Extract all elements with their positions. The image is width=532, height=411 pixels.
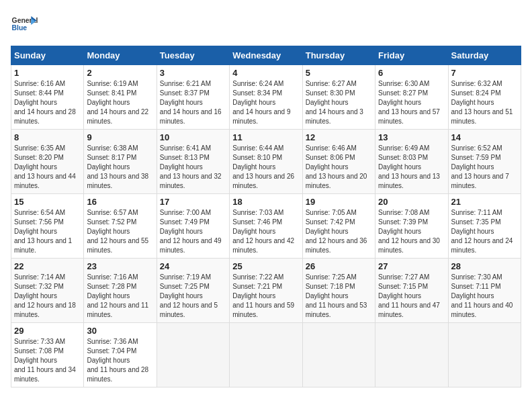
day-number: 14 bbox=[451, 132, 518, 142]
header-row: SundayMondayTuesdayWednesdayThursdayFrid… bbox=[11, 46, 521, 65]
day-info: Sunrise: 6:32 AMSunset: 8:24 PMDaylight … bbox=[451, 79, 518, 126]
calendar-cell: 27 Sunrise: 7:27 AMSunset: 7:15 PMDaylig… bbox=[375, 259, 448, 323]
week-row-2: 8 Sunrise: 6:35 AMSunset: 8:20 PMDayligh… bbox=[11, 130, 521, 194]
day-number: 6 bbox=[378, 68, 445, 78]
day-number: 2 bbox=[87, 68, 153, 78]
day-number: 29 bbox=[14, 326, 81, 336]
page-header: General Blue bbox=[11, 11, 521, 38]
day-number: 8 bbox=[14, 132, 81, 142]
col-header-saturday: Saturday bbox=[448, 46, 521, 65]
calendar-cell: 18 Sunrise: 7:03 AMSunset: 7:46 PMDaylig… bbox=[230, 194, 302, 259]
calendar-cell: 15 Sunrise: 6:54 AMSunset: 7:56 PMDaylig… bbox=[11, 194, 84, 259]
col-header-tuesday: Tuesday bbox=[157, 46, 229, 65]
calendar-cell bbox=[157, 323, 229, 387]
day-number: 4 bbox=[232, 68, 299, 78]
day-info: Sunrise: 7:11 AMSunset: 7:35 PMDaylight … bbox=[451, 208, 518, 255]
calendar-cell: 26 Sunrise: 7:25 AMSunset: 7:18 PMDaylig… bbox=[302, 259, 375, 323]
calendar-cell bbox=[230, 323, 302, 387]
col-header-friday: Friday bbox=[375, 46, 448, 65]
day-number: 15 bbox=[14, 197, 81, 207]
calendar-cell: 3 Sunrise: 6:21 AMSunset: 8:37 PMDayligh… bbox=[157, 65, 229, 130]
day-info: Sunrise: 6:30 AMSunset: 8:27 PMDaylight … bbox=[378, 79, 445, 126]
day-number: 30 bbox=[87, 326, 153, 336]
day-info: Sunrise: 6:21 AMSunset: 8:37 PMDaylight … bbox=[160, 79, 226, 126]
day-info: Sunrise: 7:25 AMSunset: 7:18 PMDaylight … bbox=[306, 273, 372, 320]
day-info: Sunrise: 7:00 AMSunset: 7:49 PMDaylight … bbox=[160, 208, 226, 255]
day-info: Sunrise: 7:14 AMSunset: 7:32 PMDaylight … bbox=[14, 273, 81, 320]
day-number: 13 bbox=[378, 132, 445, 142]
calendar-cell: 12 Sunrise: 6:46 AMSunset: 8:06 PMDaylig… bbox=[302, 130, 375, 194]
day-info: Sunrise: 7:05 AMSunset: 7:42 PMDaylight … bbox=[306, 208, 372, 255]
day-number: 17 bbox=[160, 197, 226, 207]
calendar-cell: 8 Sunrise: 6:35 AMSunset: 8:20 PMDayligh… bbox=[11, 130, 84, 194]
day-number: 5 bbox=[306, 68, 372, 78]
day-info: Sunrise: 6:19 AMSunset: 8:41 PMDaylight … bbox=[87, 79, 153, 126]
day-number: 18 bbox=[232, 197, 299, 207]
calendar-cell: 7 Sunrise: 6:32 AMSunset: 8:24 PMDayligh… bbox=[448, 65, 521, 130]
day-number: 12 bbox=[306, 132, 372, 142]
calendar-cell: 11 Sunrise: 6:44 AMSunset: 8:10 PMDaylig… bbox=[230, 130, 302, 194]
day-info: Sunrise: 7:27 AMSunset: 7:15 PMDaylight … bbox=[378, 273, 445, 320]
calendar-cell: 1 Sunrise: 6:16 AMSunset: 8:44 PMDayligh… bbox=[11, 65, 84, 130]
day-number: 19 bbox=[306, 197, 372, 207]
calendar-cell: 19 Sunrise: 7:05 AMSunset: 7:42 PMDaylig… bbox=[302, 194, 375, 259]
calendar-cell: 25 Sunrise: 7:22 AMSunset: 7:21 PMDaylig… bbox=[230, 259, 302, 323]
col-header-wednesday: Wednesday bbox=[230, 46, 302, 65]
calendar-table: SundayMondayTuesdayWednesdayThursdayFrid… bbox=[11, 46, 521, 387]
calendar-cell: 5 Sunrise: 6:27 AMSunset: 8:30 PMDayligh… bbox=[302, 65, 375, 130]
day-info: Sunrise: 7:36 AMSunset: 7:04 PMDaylight … bbox=[87, 337, 153, 384]
calendar-cell: 30 Sunrise: 7:36 AMSunset: 7:04 PMDaylig… bbox=[84, 323, 157, 387]
col-header-monday: Monday bbox=[84, 46, 157, 65]
day-info: Sunrise: 7:33 AMSunset: 7:08 PMDaylight … bbox=[14, 337, 81, 384]
day-number: 11 bbox=[232, 132, 299, 142]
calendar-cell: 17 Sunrise: 7:00 AMSunset: 7:49 PMDaylig… bbox=[157, 194, 229, 259]
day-number: 24 bbox=[160, 261, 226, 271]
day-info: Sunrise: 6:49 AMSunset: 8:03 PMDaylight … bbox=[378, 144, 445, 191]
day-number: 22 bbox=[14, 261, 81, 271]
calendar-body: 1 Sunrise: 6:16 AMSunset: 8:44 PMDayligh… bbox=[11, 65, 521, 387]
day-number: 21 bbox=[451, 197, 518, 207]
day-number: 9 bbox=[87, 132, 153, 142]
day-number: 7 bbox=[451, 68, 518, 78]
calendar-cell: 16 Sunrise: 6:57 AMSunset: 7:52 PMDaylig… bbox=[84, 194, 157, 259]
day-info: Sunrise: 7:22 AMSunset: 7:21 PMDaylight … bbox=[232, 273, 299, 320]
col-header-sunday: Sunday bbox=[11, 46, 84, 65]
svg-text:Blue: Blue bbox=[12, 24, 28, 32]
day-info: Sunrise: 6:44 AMSunset: 8:10 PMDaylight … bbox=[232, 144, 299, 191]
day-number: 23 bbox=[87, 261, 153, 271]
day-info: Sunrise: 6:41 AMSunset: 8:13 PMDaylight … bbox=[160, 144, 226, 191]
day-info: Sunrise: 7:30 AMSunset: 7:11 PMDaylight … bbox=[451, 273, 518, 320]
day-number: 28 bbox=[451, 261, 518, 271]
day-info: Sunrise: 7:08 AMSunset: 7:39 PMDaylight … bbox=[378, 208, 445, 255]
calendar-cell: 13 Sunrise: 6:49 AMSunset: 8:03 PMDaylig… bbox=[375, 130, 448, 194]
calendar-cell: 21 Sunrise: 7:11 AMSunset: 7:35 PMDaylig… bbox=[448, 194, 521, 259]
week-row-5: 29 Sunrise: 7:33 AMSunset: 7:08 PMDaylig… bbox=[11, 323, 521, 387]
week-row-4: 22 Sunrise: 7:14 AMSunset: 7:32 PMDaylig… bbox=[11, 259, 521, 323]
calendar-cell: 29 Sunrise: 7:33 AMSunset: 7:08 PMDaylig… bbox=[11, 323, 84, 387]
day-info: Sunrise: 7:16 AMSunset: 7:28 PMDaylight … bbox=[87, 273, 153, 320]
day-number: 25 bbox=[232, 261, 299, 271]
calendar-cell: 14 Sunrise: 6:52 AMSunset: 7:59 PMDaylig… bbox=[448, 130, 521, 194]
calendar-cell: 28 Sunrise: 7:30 AMSunset: 7:11 PMDaylig… bbox=[448, 259, 521, 323]
day-info: Sunrise: 6:16 AMSunset: 8:44 PMDaylight … bbox=[14, 79, 81, 126]
day-number: 20 bbox=[378, 197, 445, 207]
calendar-cell: 4 Sunrise: 6:24 AMSunset: 8:34 PMDayligh… bbox=[230, 65, 302, 130]
calendar-cell: 20 Sunrise: 7:08 AMSunset: 7:39 PMDaylig… bbox=[375, 194, 448, 259]
day-number: 27 bbox=[378, 261, 445, 271]
calendar-cell: 23 Sunrise: 7:16 AMSunset: 7:28 PMDaylig… bbox=[84, 259, 157, 323]
calendar-cell: 10 Sunrise: 6:41 AMSunset: 8:13 PMDaylig… bbox=[157, 130, 229, 194]
calendar-cell: 6 Sunrise: 6:30 AMSunset: 8:27 PMDayligh… bbox=[375, 65, 448, 130]
day-number: 16 bbox=[87, 197, 153, 207]
day-info: Sunrise: 6:24 AMSunset: 8:34 PMDaylight … bbox=[232, 79, 299, 126]
day-number: 26 bbox=[306, 261, 372, 271]
day-number: 3 bbox=[160, 68, 226, 78]
day-info: Sunrise: 7:19 AMSunset: 7:25 PMDaylight … bbox=[160, 273, 226, 320]
day-number: 10 bbox=[160, 132, 226, 142]
week-row-3: 15 Sunrise: 6:54 AMSunset: 7:56 PMDaylig… bbox=[11, 194, 521, 259]
day-info: Sunrise: 6:46 AMSunset: 8:06 PMDaylight … bbox=[306, 144, 372, 191]
day-info: Sunrise: 6:27 AMSunset: 8:30 PMDaylight … bbox=[306, 79, 372, 126]
day-info: Sunrise: 6:35 AMSunset: 8:20 PMDaylight … bbox=[14, 144, 81, 191]
day-number: 1 bbox=[14, 68, 81, 78]
col-header-thursday: Thursday bbox=[302, 46, 375, 65]
week-row-1: 1 Sunrise: 6:16 AMSunset: 8:44 PMDayligh… bbox=[11, 65, 521, 130]
